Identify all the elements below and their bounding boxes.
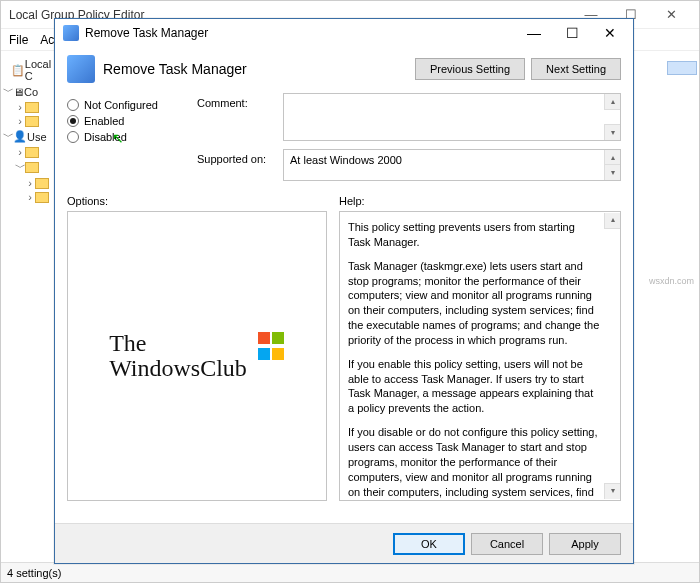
tree-leaf[interactable]: › bbox=[3, 114, 54, 128]
tree-leaf[interactable]: › bbox=[3, 176, 54, 190]
radio-icon bbox=[67, 131, 79, 143]
policy-icon bbox=[63, 25, 79, 41]
dialog-maximize-icon[interactable]: ☐ bbox=[553, 25, 591, 41]
tree-leaf[interactable]: ﹀ bbox=[3, 159, 54, 176]
supported-value: At least Windows 2000 bbox=[290, 154, 402, 166]
dialog-minimize-icon[interactable]: ― bbox=[515, 25, 553, 41]
dialog-body: Remove Task Manager Previous Setting Nex… bbox=[55, 47, 633, 501]
radio-icon bbox=[67, 99, 79, 111]
options-label: Options: bbox=[67, 195, 327, 207]
next-setting-button[interactable]: Next Setting bbox=[531, 58, 621, 80]
comment-row: Comment: ▴ ▾ bbox=[197, 93, 621, 141]
close-icon[interactable]: ✕ bbox=[651, 1, 691, 29]
supported-label: Supported on: bbox=[197, 149, 283, 165]
tree-panel: 📋 Local C ﹀🖥 Co › › ﹀👤 Use › ﹀ › › bbox=[1, 53, 57, 562]
policy-icon-large bbox=[67, 55, 95, 83]
status-bar: 4 setting(s) bbox=[1, 562, 699, 582]
windows-flag-icon bbox=[257, 331, 285, 363]
help-paragraph: This policy setting prevents users from … bbox=[348, 220, 600, 250]
options-box: The WindowsClub bbox=[67, 211, 327, 501]
menu-file[interactable]: File bbox=[9, 33, 28, 47]
dialog-heading: Remove Task Manager bbox=[103, 61, 409, 77]
scroll-down-icon[interactable]: ▾ bbox=[604, 164, 620, 180]
list-selection bbox=[667, 61, 697, 75]
previous-setting-button[interactable]: Previous Setting bbox=[415, 58, 525, 80]
folder-icon bbox=[35, 192, 49, 203]
folder-icon bbox=[25, 116, 39, 127]
help-column: Help: This policy setting prevents users… bbox=[339, 195, 621, 501]
radio-icon bbox=[67, 115, 79, 127]
dialog-footer: OK Cancel Apply bbox=[55, 523, 633, 563]
tree-root[interactable]: 📋 Local C bbox=[3, 57, 54, 83]
scroll-down-icon[interactable]: ▾ bbox=[604, 483, 620, 499]
tree-leaf[interactable]: › bbox=[3, 100, 54, 114]
supported-box: At least Windows 2000 ▴ ▾ bbox=[283, 149, 621, 181]
details-section: Options: The WindowsClub bbox=[67, 195, 621, 501]
dialog-titlebar[interactable]: Remove Task Manager ― ☐ ✕ bbox=[55, 19, 633, 47]
scroll-up-icon[interactable]: ▴ bbox=[604, 94, 620, 110]
help-paragraph: If you disable or do not configure this … bbox=[348, 425, 600, 501]
comment-label: Comment: bbox=[197, 93, 283, 109]
scroll-up-icon[interactable]: ▴ bbox=[604, 213, 620, 229]
tree-node-computer[interactable]: ﹀🖥 Co bbox=[3, 83, 54, 100]
radio-disabled[interactable]: Disabled bbox=[67, 131, 183, 143]
config-section: Not Configured Enabled Disabled Comment:… bbox=[67, 93, 621, 189]
supported-row: Supported on: At least Windows 2000 ▴ ▾ bbox=[197, 149, 621, 181]
dialog-close-icon[interactable]: ✕ bbox=[591, 25, 629, 41]
tree-leaf[interactable]: › bbox=[3, 145, 54, 159]
help-box: This policy setting prevents users from … bbox=[339, 211, 621, 501]
scroll-down-icon[interactable]: ▾ bbox=[604, 124, 620, 140]
logo: The WindowsClub bbox=[109, 331, 285, 381]
help-label: Help: bbox=[339, 195, 621, 207]
cancel-button[interactable]: Cancel bbox=[471, 533, 543, 555]
folder-icon bbox=[25, 147, 39, 158]
help-paragraph: If you enable this policy setting, users… bbox=[348, 357, 600, 416]
policy-dialog: Remove Task Manager ― ☐ ✕ Remove Task Ma… bbox=[54, 18, 634, 564]
help-paragraph: Task Manager (taskmgr.exe) lets users st… bbox=[348, 259, 600, 348]
folder-icon bbox=[25, 162, 39, 173]
options-column: Options: The WindowsClub bbox=[67, 195, 327, 501]
radio-not-configured[interactable]: Not Configured bbox=[67, 99, 183, 111]
radio-enabled[interactable]: Enabled bbox=[67, 115, 183, 127]
tree-leaf[interactable]: › bbox=[3, 190, 54, 204]
folder-icon bbox=[35, 178, 49, 189]
ok-button[interactable]: OK bbox=[393, 533, 465, 555]
dialog-header: Remove Task Manager Previous Setting Nex… bbox=[67, 55, 621, 83]
watermark: wsxdn.com bbox=[649, 276, 694, 286]
dialog-title-text: Remove Task Manager bbox=[85, 26, 515, 40]
folder-icon bbox=[25, 102, 39, 113]
state-radiogroup: Not Configured Enabled Disabled bbox=[67, 93, 183, 147]
tree-node-user[interactable]: ﹀👤 Use bbox=[3, 128, 54, 145]
apply-button[interactable]: Apply bbox=[549, 533, 621, 555]
fields-column: Comment: ▴ ▾ Supported on: At least Wind… bbox=[197, 93, 621, 189]
comment-input[interactable]: ▴ ▾ bbox=[283, 93, 621, 141]
logo-text: The WindowsClub bbox=[109, 331, 247, 381]
